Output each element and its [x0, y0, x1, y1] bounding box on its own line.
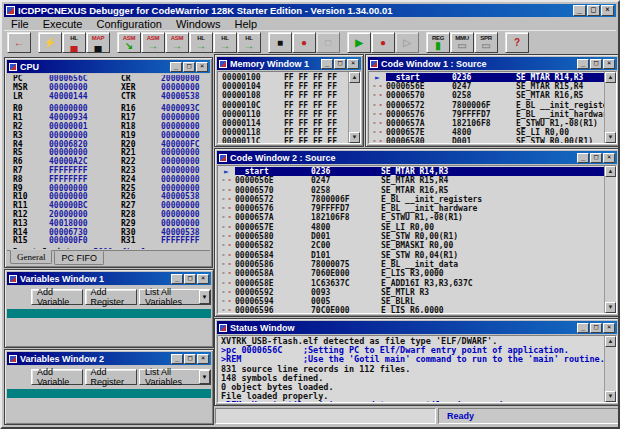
asm-step-into-button[interactable]: ASM↘ — [117, 32, 141, 53]
code-row[interactable]: --0000658E1C63637CE_ADD16I R3,R3,637C — [218, 279, 604, 288]
menu-file[interactable]: File — [4, 18, 36, 30]
variables-window-2-title-bar[interactable]: Variables Window 2 _□× — [7, 352, 211, 365]
code-row[interactable]: ►__start0236SE_MTAR R14,R3 — [369, 73, 604, 82]
close-button[interactable]: × — [603, 153, 615, 163]
halt-button[interactable]: ⚡ — [38, 32, 62, 53]
add-register-button[interactable]: Add Register — [85, 289, 138, 305]
minimize-button[interactable]: _ — [577, 323, 589, 333]
code-row[interactable]: --00006580D001SE_STW R0,00(R1) — [369, 137, 604, 144]
menu-execute[interactable]: Execute — [36, 18, 90, 30]
maximize-button[interactable]: □ — [590, 59, 602, 69]
code-row[interactable]: --000065727800006FE_BL __init_registers — [218, 195, 604, 204]
code-row[interactable]: --0000658678000075E_BL __init_data — [218, 260, 604, 269]
code-row[interactable]: --00006580D001SE_STW R0,00(R1) — [218, 232, 604, 241]
memory-row[interactable]: 00000114FF FF FF FF.... — [218, 119, 348, 128]
code-row[interactable]: --00006584D101SE_STW R0,04(R1) — [218, 251, 604, 260]
code-row[interactable]: --0000657A182106F8E_STWU R1,-08(R1) — [369, 119, 604, 128]
hl-run-button[interactable]: HL→ — [237, 32, 261, 53]
scroll-up-icon[interactable]: ▲ — [605, 166, 616, 177]
memory-window-title-bar[interactable]: Memory Window 1 _□× — [217, 57, 361, 70]
close-button[interactable]: × — [347, 59, 359, 69]
code-row[interactable]: ►__start0236SE_MTAR R14,R3 — [218, 167, 604, 176]
minimize-button[interactable]: _ — [321, 59, 333, 69]
scroll-down-icon[interactable]: ▼ — [605, 391, 616, 402]
code-row[interactable]: --0000657E4800SE_LI R0,00 — [218, 223, 604, 232]
maximize-button[interactable]: □ — [183, 62, 195, 72]
maximize-button[interactable]: □ — [590, 153, 602, 163]
minimize-button[interactable]: _ — [171, 354, 183, 364]
memory-scrollbar[interactable]: ▲ ▼ — [348, 72, 360, 143]
close-button[interactable]: × — [197, 354, 209, 364]
maximize-button[interactable]: □ — [334, 59, 346, 69]
menu-configuration[interactable]: Configuration — [89, 18, 168, 30]
code-row[interactable]: --000065700258SE_MTAR R16,R5 — [369, 91, 604, 100]
scroll-down-icon[interactable]: ▼ — [605, 302, 616, 313]
variables-window-1-title-bar[interactable]: Variables Window 1 _□× — [7, 272, 211, 285]
scroll-down-icon[interactable]: ▼ — [349, 132, 360, 143]
close-button[interactable]: × — [196, 62, 208, 72]
spr-window-button[interactable]: SPR▭ — [474, 32, 498, 53]
add-variable-button[interactable]: Add Variable — [31, 369, 83, 385]
command-input[interactable] — [215, 408, 436, 424]
code-row[interactable]: --0000657E4800SE_LI R0,00 — [369, 128, 604, 137]
status-window-title-bar[interactable]: Status Window _□× — [217, 321, 617, 334]
scroll-down-icon[interactable]: ▼ — [605, 132, 616, 143]
minimize-button[interactable]: _ — [573, 5, 586, 16]
maximize-button[interactable]: □ — [184, 274, 196, 284]
code-row[interactable]: --0000656E0247SE_MTAR R15,R4 — [218, 176, 604, 185]
memory-row[interactable]: 00000118FF FF FF FF.... — [218, 128, 348, 137]
add-variable-button[interactable]: Add Variable — [31, 289, 83, 305]
asm-run-button[interactable]: ASM→ — [165, 32, 189, 53]
status-scrollbar[interactable]: ▲ ▼ — [604, 336, 616, 402]
memory-row[interactable]: 0000011CFF FF FF FF.... — [218, 137, 348, 144]
code-window-2-title-bar[interactable]: Code Window 2 : Source _□× — [217, 151, 617, 164]
code-row[interactable]: --0000658A7060E000E_LIS R3,0000 — [218, 269, 604, 278]
menu-help[interactable]: Help — [228, 18, 265, 30]
hl-step-into-button[interactable]: HL→ — [189, 32, 213, 53]
selected-variable-row[interactable] — [7, 309, 211, 318]
scroll-up-icon[interactable]: ▲ — [605, 72, 616, 83]
scroll-up-icon[interactable]: ▲ — [605, 336, 616, 347]
code-window-2-scrollbar[interactable]: ▲ ▼ — [604, 166, 616, 313]
code-window-1-scrollbar[interactable]: ▲ ▼ — [604, 72, 616, 143]
run-to-breakpoint-button[interactable]: ● — [292, 32, 316, 53]
maximize-button[interactable]: □ — [590, 323, 602, 333]
stop-button[interactable]: ■ — [268, 32, 292, 53]
minimize-button[interactable]: _ — [577, 153, 589, 163]
chevron-down-icon[interactable]: ▼ — [199, 370, 210, 384]
code-row[interactable]: --0000656E0247SE_MTAR R15,R4 — [369, 82, 604, 91]
menu-windows[interactable]: Windows — [169, 18, 228, 30]
chevron-down-icon[interactable]: ▼ — [199, 290, 210, 304]
help-button[interactable]: ? — [505, 32, 529, 53]
add-register-button[interactable]: Add Register — [85, 369, 138, 385]
memory-row[interactable]: 00000100FF FF FF FF.... — [218, 73, 348, 82]
asm-step-over-button[interactable]: ASM→ — [141, 32, 165, 53]
reg-window-button[interactable]: REG▮ — [426, 32, 450, 53]
close-button[interactable]: × — [603, 59, 615, 69]
memory-row[interactable]: 00000104FF FF FF FF.... — [218, 82, 348, 91]
list-mode-dropdown[interactable]: List All Variables ▼ — [139, 369, 211, 385]
code-row[interactable]: --000065700258SE_MTAR R16,R5 — [218, 186, 604, 195]
code-row[interactable]: --000065822C00SE_BMASKI R0,00 — [218, 241, 604, 250]
back-trace-button[interactable]: ← — [7, 32, 31, 53]
memory-row[interactable]: 00000108FF FF FF FF.... — [218, 91, 348, 100]
go-breakpoint-button[interactable]: ● — [371, 32, 395, 53]
close-button[interactable]: × — [197, 274, 209, 284]
code-row[interactable]: --000065920093SE_MTLR R3 — [218, 288, 604, 297]
tab-pc-fifo[interactable]: PC FIFO — [54, 251, 104, 265]
memory-row[interactable]: 00000110FF FF FF FF.... — [218, 110, 348, 119]
close-button[interactable]: × — [601, 5, 614, 16]
code-row[interactable]: --000065940005SE_BLRL — [218, 297, 604, 306]
mmu-window-button[interactable]: MMU▭ — [450, 32, 474, 53]
go-button[interactable]: ▶ — [347, 32, 371, 53]
hl-step-over-button[interactable]: HL→ — [213, 32, 237, 53]
selected-variable-row[interactable] — [7, 389, 211, 398]
minimize-button[interactable]: _ — [577, 59, 589, 69]
title-bar[interactable]: ICDPPCNEXUS Debugger for CodeWarrior 128… — [4, 4, 616, 17]
minimize-button[interactable]: _ — [171, 274, 183, 284]
map-file-button[interactable]: MAP▄ — [86, 32, 110, 53]
code-row[interactable]: --0000657679FFFFD7E_BL __init_hardware — [218, 204, 604, 213]
code-window-1-title-bar[interactable]: Code Window 1 : Source _□× — [368, 57, 617, 70]
maximize-button[interactable]: □ — [587, 5, 600, 16]
scroll-up-icon[interactable]: ▲ — [349, 72, 360, 83]
